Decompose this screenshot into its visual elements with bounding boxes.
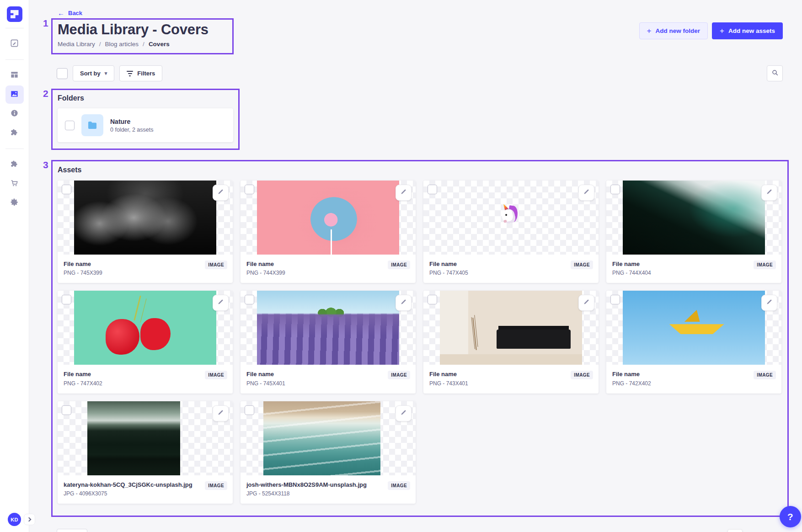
sort-by-button[interactable]: Sort by ▾	[73, 65, 114, 81]
annotation-number-3: 3	[43, 160, 48, 170]
folder-name: Nature	[110, 118, 154, 125]
lollipop-photo	[257, 181, 399, 255]
folder-card-nature[interactable]: Nature 0 folder, 2 assets	[58, 108, 233, 142]
asset-file-name: josh-withers-MBNx8O2S9AM-unsplash.jpg	[246, 481, 367, 489]
asset-file-meta: PNG - 745X401	[246, 380, 285, 387]
sidebar-item-content-type-builder[interactable]	[5, 66, 24, 85]
edit-asset-button[interactable]	[396, 405, 412, 421]
asset-checkbox[interactable]	[245, 405, 254, 415]
asset-checkbox[interactable]	[610, 185, 620, 194]
asset-card[interactable]: File name PNG - 745X399 IMAGE	[58, 181, 233, 283]
asset-file-meta: PNG - 742X402	[612, 380, 651, 387]
entries-per-page-select[interactable]: 10 ▾	[57, 529, 87, 532]
help-button[interactable]: ?	[780, 506, 801, 527]
filters-button[interactable]: Filters	[119, 65, 162, 81]
asset-checkbox[interactable]	[245, 295, 254, 304]
select-all-checkbox[interactable]	[57, 68, 68, 79]
sidebar-item-settings[interactable]	[5, 194, 24, 212]
chevron-down-icon: ▾	[105, 70, 107, 76]
sidebar-item-marketplace[interactable]	[5, 155, 24, 174]
asset-thumbnail	[423, 181, 599, 255]
edit-asset-button[interactable]	[396, 295, 412, 311]
asset-checkbox[interactable]	[62, 405, 71, 415]
asset-card[interactable]: File name PNG - 742X402 IMAGE	[606, 291, 781, 393]
asset-file-name: File name	[429, 371, 468, 378]
folders-heading: Folders	[58, 94, 233, 102]
assets-grid: File name PNG - 745X399 IMAGE File name …	[58, 181, 781, 504]
edit-asset-button[interactable]	[396, 185, 412, 201]
asset-card[interactable]: kateryna-kokhan-5CQ_3CjSGKc-unsplash.jpg…	[58, 401, 233, 504]
plus-icon: +	[720, 27, 724, 35]
asset-type-badge: IMAGE	[571, 371, 593, 379]
asset-type-badge: IMAGE	[388, 371, 410, 379]
asset-checkbox[interactable]	[62, 185, 71, 194]
breadcrumb-media-library[interactable]: Media Library	[58, 41, 95, 48]
page-button-1[interactable]: 1	[728, 530, 742, 532]
sidebar-divider	[5, 59, 24, 60]
sidebar-item-media-library[interactable]	[5, 85, 24, 104]
asset-checkbox[interactable]	[428, 295, 437, 304]
asset-file-meta: PNG - 743X401	[429, 380, 468, 387]
strapi-logo[interactable]	[7, 6, 22, 22]
add-new-folder-button[interactable]: + Add new folder	[639, 22, 708, 39]
folder-checkbox[interactable]	[65, 121, 75, 130]
asset-checkbox[interactable]	[428, 185, 437, 194]
page-button-2[interactable]: 2	[749, 530, 764, 532]
edit-asset-button[interactable]	[213, 295, 229, 311]
filter-icon	[127, 71, 133, 76]
add-assets-label: Add new assets	[728, 27, 775, 34]
asset-file-meta: PNG - 747X405	[429, 270, 468, 276]
edit-asset-button[interactable]	[213, 185, 229, 201]
asset-card[interactable]: josh-withers-MBNx8O2S9AM-unsplash.jpg JP…	[241, 401, 416, 504]
asset-card[interactable]: File name PNG - 744X399 IMAGE	[241, 181, 416, 283]
sidebar-item-documentation[interactable]	[5, 105, 24, 123]
sidebar-item-plugin[interactable]	[5, 124, 24, 142]
breadcrumb-separator: /	[99, 41, 101, 48]
folder-meta: 0 folder, 2 assets	[110, 127, 154, 133]
annotation-box-2: 2 Folders Nature 0 folder, 2 assets	[51, 89, 240, 150]
breadcrumb-blog-articles[interactable]: Blog articles	[105, 41, 139, 48]
sidebar-collapse-button[interactable]	[24, 514, 35, 525]
pencil-icon	[583, 298, 590, 307]
pencil-icon	[217, 409, 224, 418]
folder-icon	[81, 114, 103, 136]
pagination-bar: 10 ▾ Entries per page 1 2	[57, 529, 783, 532]
asset-checkbox[interactable]	[610, 295, 620, 304]
asset-file-meta: JPG - 4096X3075	[64, 490, 192, 497]
asset-card[interactable]: File name PNG - 743X401 IMAGE	[423, 291, 599, 393]
asset-type-badge: IMAGE	[388, 481, 410, 490]
edit-asset-button[interactable]	[213, 405, 229, 421]
asset-type-badge: IMAGE	[754, 261, 776, 269]
asset-checkbox[interactable]	[62, 295, 71, 304]
back-label: Back	[68, 10, 82, 16]
puzzle-icon	[10, 128, 19, 138]
asset-thumbnail	[606, 181, 781, 255]
edit-asset-button[interactable]	[761, 295, 777, 311]
sidebar-item-content-manager[interactable]	[5, 35, 24, 53]
puzzle-icon	[10, 160, 19, 170]
asset-card[interactable]: File name PNG - 747X402 IMAGE	[58, 291, 233, 393]
add-new-assets-button[interactable]: + Add new assets	[712, 22, 783, 39]
asset-checkbox[interactable]	[245, 185, 254, 194]
asset-card[interactable]: File name PNG - 745X401 IMAGE	[241, 291, 416, 393]
back-link[interactable]: ← Back	[58, 10, 82, 16]
asset-card[interactable]: File name PNG - 747X405 IMAGE	[423, 181, 599, 283]
sidebar-divider	[5, 149, 24, 149]
asset-file-meta: PNG - 745X399	[64, 270, 102, 276]
edit-asset-button[interactable]	[578, 185, 594, 201]
asset-type-badge: IMAGE	[205, 481, 227, 490]
annotation-number-1: 1	[43, 18, 48, 29]
edit-asset-button[interactable]	[761, 185, 777, 201]
search-button[interactable]	[767, 65, 783, 81]
asset-thumbnail	[423, 291, 599, 365]
pencil-icon	[217, 298, 224, 307]
asset-card[interactable]: File name PNG - 744X404 IMAGE	[606, 181, 781, 283]
edit-asset-button[interactable]	[578, 295, 594, 311]
sidebar-item-purchase[interactable]	[5, 175, 24, 193]
breadcrumb-separator: /	[143, 41, 144, 48]
asset-type-badge: IMAGE	[205, 371, 227, 379]
user-avatar[interactable]: KD	[8, 513, 21, 526]
asset-type-badge: IMAGE	[571, 261, 593, 269]
asset-thumbnail	[58, 401, 233, 475]
asset-file-name: kateryna-kokhan-5CQ_3CjSGKc-unsplash.jpg	[64, 481, 192, 489]
